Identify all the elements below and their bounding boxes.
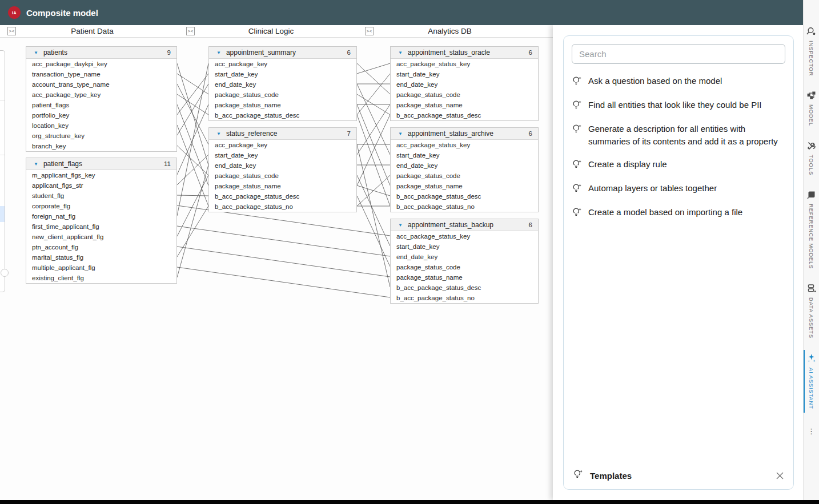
templates-bar[interactable]: Templates bbox=[564, 462, 793, 489]
entity-column[interactable]: acc_package_daykpi_key bbox=[26, 59, 176, 69]
entity-count: 11 bbox=[164, 160, 171, 167]
entity-column[interactable]: acc_package_status_key bbox=[391, 140, 538, 150]
sidebar-item-ai-assistant[interactable]: AI ASSISTANT bbox=[804, 353, 819, 409]
entity-column[interactable]: package_status_code bbox=[391, 262, 538, 272]
entity-column[interactable]: marital_status_flg bbox=[26, 252, 176, 263]
templates-label: Templates bbox=[590, 471, 632, 481]
entity-column[interactable]: acc_package_key bbox=[209, 59, 356, 69]
entity-column[interactable]: transaction_type_name bbox=[26, 69, 176, 79]
entity-column[interactable]: end_date_key bbox=[209, 160, 356, 171]
entity-column[interactable]: corporate_flg bbox=[26, 201, 176, 211]
entity-name: appointment_status_backup bbox=[408, 221, 493, 229]
collapse-triangle-icon[interactable]: ▼ bbox=[398, 223, 403, 228]
entity-column[interactable]: end_date_key bbox=[391, 79, 538, 90]
entity-column[interactable]: b_acc_package_status_desc bbox=[209, 191, 356, 201]
sidebar-item-inspector[interactable]: INSPECTOR bbox=[804, 26, 819, 76]
collapse-triangle-icon[interactable]: ▼ bbox=[398, 50, 403, 55]
layer-collapse-icon[interactable]: >< bbox=[7, 27, 16, 35]
entity-column[interactable]: start_date_key bbox=[391, 150, 538, 160]
entity-table: ▼appointment_status_archive6acc_package_… bbox=[390, 127, 539, 212]
layer-collapse-icon[interactable]: >< bbox=[365, 27, 374, 35]
entity-column[interactable]: end_date_key bbox=[391, 252, 538, 262]
entity-column[interactable]: b_acc_package_status_no bbox=[391, 201, 538, 212]
entity-column[interactable]: b_acc_package_status_no bbox=[391, 293, 538, 303]
sidebar-item-model[interactable]: MODEL bbox=[804, 91, 819, 126]
entity-header[interactable]: ▼appointment_status_oracle6 bbox=[391, 47, 538, 59]
model-canvas[interactable]: ▼patients9acc_package_daykpi_keytransact… bbox=[0, 38, 553, 500]
entity-header[interactable]: ▼patients9 bbox=[26, 47, 176, 59]
entity-column[interactable]: acc_package_type_key bbox=[26, 90, 176, 100]
entity-column[interactable]: applicant_flgs_str bbox=[26, 180, 176, 191]
prompt-bulb-icon bbox=[572, 182, 582, 196]
collapse-triangle-icon[interactable]: ▼ bbox=[216, 50, 221, 55]
entity-column[interactable]: b_acc_package_status_desc bbox=[391, 110, 538, 120]
entity-header[interactable]: ▼patient_flags11 bbox=[26, 158, 176, 170]
entity-column[interactable]: package_status_name bbox=[391, 272, 538, 283]
entity-column[interactable]: start_date_key bbox=[209, 69, 356, 79]
suggestion-item[interactable]: Create a display rule bbox=[572, 153, 785, 177]
entity-column[interactable]: existing_client_flg bbox=[26, 273, 176, 283]
entity-header[interactable]: ▼appointment_status_backup6 bbox=[391, 219, 538, 231]
tools-icon bbox=[807, 141, 816, 150]
entity-column[interactable]: end_date_key bbox=[391, 160, 538, 171]
entity-column[interactable]: package_status_name bbox=[391, 181, 538, 191]
entity-column[interactable]: b_acc_package_status_no bbox=[209, 201, 356, 212]
entity-column[interactable]: package_status_name bbox=[209, 181, 356, 191]
entity-column[interactable]: package_status_name bbox=[209, 100, 356, 110]
ai-sparkle-icon bbox=[806, 353, 816, 363]
collapse-triangle-icon[interactable]: ▼ bbox=[216, 131, 221, 136]
more-options-icon[interactable]: ⋮ bbox=[808, 428, 815, 436]
collapse-triangle-icon[interactable]: ▼ bbox=[34, 50, 38, 55]
entity-header[interactable]: ▼appointment_status_archive6 bbox=[391, 128, 538, 140]
suggestion-item[interactable]: Automap layers or tables together bbox=[572, 177, 785, 201]
entity-column[interactable]: b_acc_package_status_desc bbox=[391, 283, 538, 293]
entity-header[interactable]: ▼appointment_summary6 bbox=[209, 47, 356, 59]
layer-collapse-icon[interactable]: >< bbox=[186, 27, 195, 35]
suggestion-item[interactable]: Generate a description for all entities … bbox=[572, 118, 785, 153]
entity-column[interactable]: foreign_nat_flg bbox=[26, 211, 176, 221]
entity-column[interactable]: package_status_code bbox=[209, 90, 356, 100]
collapsed-panel-sliver[interactable] bbox=[0, 50, 5, 292]
entity-column[interactable]: location_key bbox=[26, 120, 176, 131]
sidebar-item-tools[interactable]: TOOLS bbox=[804, 141, 819, 175]
entity-column[interactable]: new_client_applicant_flg bbox=[26, 232, 176, 242]
entity-column[interactable]: acc_package_key bbox=[209, 140, 356, 150]
app-header: IA Composite model bbox=[0, 0, 803, 25]
sliver-handle[interactable] bbox=[1, 269, 9, 277]
entity-name: appointment_summary bbox=[226, 49, 296, 57]
entity-column[interactable]: m_applicant_flgs_key bbox=[26, 170, 176, 180]
entity-header[interactable]: ▼status_reference7 bbox=[209, 128, 356, 140]
suggestion-list: Ask a question based on the modelFind al… bbox=[564, 67, 793, 227]
collapse-triangle-icon[interactable]: ▼ bbox=[398, 131, 403, 136]
sidebar-item-reference-models[interactable]: REFERENCE MODELS bbox=[804, 190, 819, 269]
entity-column[interactable]: end_date_key bbox=[209, 79, 356, 90]
entity-column[interactable]: package_status_name bbox=[391, 100, 538, 110]
suggestion-item[interactable]: Find all entities that look like they co… bbox=[572, 94, 785, 118]
entity-column[interactable]: start_date_key bbox=[391, 69, 538, 79]
entity-column[interactable]: student_flg bbox=[26, 191, 176, 201]
collapse-triangle-icon[interactable]: ▼ bbox=[34, 162, 38, 167]
suggestion-item[interactable]: Ask a question based on the model bbox=[572, 70, 785, 94]
search-input[interactable] bbox=[572, 44, 785, 64]
entity-column[interactable]: package_status_code bbox=[391, 90, 538, 100]
entity-column[interactable]: package_status_code bbox=[209, 171, 356, 181]
entity-column[interactable]: b_acc_package_status_desc bbox=[391, 191, 538, 201]
entity-column[interactable]: acc_package_status_key bbox=[391, 231, 538, 241]
entity-column[interactable]: patient_flags bbox=[26, 100, 176, 110]
entity-column[interactable]: ptn_account_flg bbox=[26, 242, 176, 252]
templates-close-icon[interactable] bbox=[776, 471, 784, 480]
entity-column[interactable]: org_structure_key bbox=[26, 131, 176, 141]
entity-column[interactable]: first_time_applicant_flg bbox=[26, 221, 176, 232]
entity-column[interactable]: branch_key bbox=[26, 141, 176, 151]
entity-column[interactable]: acc_package_status_key bbox=[391, 59, 538, 69]
entity-column[interactable]: b_acc_package_status_desc bbox=[209, 110, 356, 120]
suggestion-item[interactable]: Create a model based on importing a file bbox=[572, 201, 785, 225]
sidebar-item-data-assets[interactable]: DATA ASSETS bbox=[804, 284, 819, 338]
entity-column[interactable]: portfolio_key bbox=[26, 110, 176, 120]
entity-column[interactable]: account_trans_type_name bbox=[26, 79, 176, 90]
entity-column[interactable]: start_date_key bbox=[209, 150, 356, 160]
sidebar-item-label: TOOLS bbox=[808, 155, 814, 175]
entity-column[interactable]: package_status_code bbox=[391, 171, 538, 181]
entity-column[interactable]: multiple_applicant_flg bbox=[26, 263, 176, 273]
entity-column[interactable]: start_date_key bbox=[391, 241, 538, 252]
